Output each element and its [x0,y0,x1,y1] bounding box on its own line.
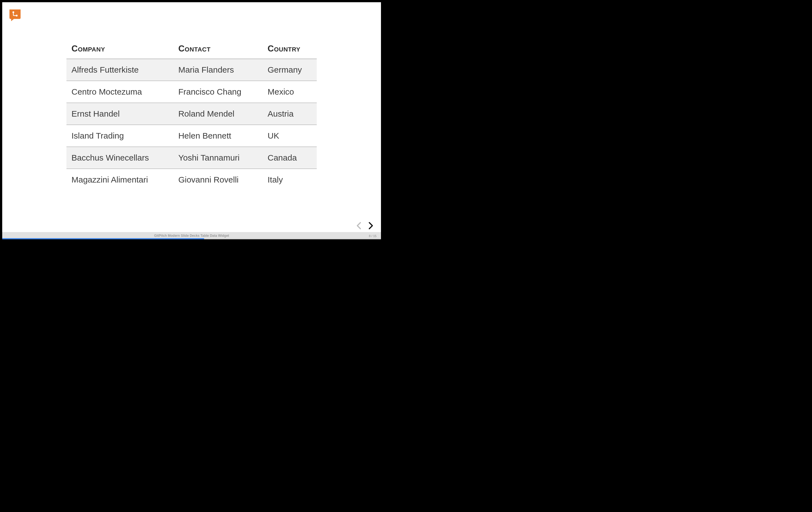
cell-company: Bacchus Winecellars [66,147,173,169]
data-table: Company Contact Country Alfreds Futterki… [66,40,317,191]
table-row: Ernst Handel Roland Mendel Austria [66,103,317,125]
svg-point-0 [12,11,14,13]
table-row: Magazzini Alimentari Giovanni Rovelli It… [66,169,317,191]
table-header-row: Company Contact Country [66,40,317,59]
cell-company: Ernst Handel [66,103,173,125]
cell-company: Centro Moctezuma [66,81,173,103]
cell-contact: Yoshi Tannamuri [173,147,262,169]
cell-contact: Giovanni Rovelli [173,169,262,191]
footer-title: GitPitch Modern Slide Decks Table Data W… [154,234,229,238]
col-country: Country [262,40,317,59]
cell-country: Canada [262,147,317,169]
svg-point-1 [16,15,18,17]
cell-company: Island Trading [66,125,173,147]
prev-slide-button[interactable] [354,220,364,231]
nav-arrows [354,220,375,231]
next-slide-button[interactable] [366,220,375,231]
table-row: Bacchus Winecellars Yoshi Tannamuri Cana… [66,147,317,169]
slide-frame: Company Contact Country Alfreds Futterki… [2,2,381,239]
cell-company: Alfreds Futterkiste [66,59,173,81]
progress-fill [2,238,204,239]
progress-track [2,238,381,239]
cell-contact: Francisco Chang [173,81,262,103]
brand-logo [8,8,22,22]
cell-country: Italy [262,169,317,191]
table-row: Alfreds Futterkiste Maria Flanders Germa… [66,59,317,81]
table-row: Island Trading Helen Bennett UK [66,125,317,147]
cell-country: UK [262,125,317,147]
cell-company: Magazzini Alimentari [66,169,173,191]
col-contact: Contact [173,40,262,59]
col-company: Company [66,40,173,59]
page-indicator: 8 / 15 [369,234,377,238]
table-row: Centro Moctezuma Francisco Chang Mexico [66,81,317,103]
cell-contact: Roland Mendel [173,103,262,125]
slide-content: Company Contact Country Alfreds Futterki… [2,2,381,239]
cell-contact: Maria Flanders [173,59,262,81]
cell-country: Austria [262,103,317,125]
cell-contact: Helen Bennett [173,125,262,147]
cell-country: Germany [262,59,317,81]
cell-country: Mexico [262,81,317,103]
